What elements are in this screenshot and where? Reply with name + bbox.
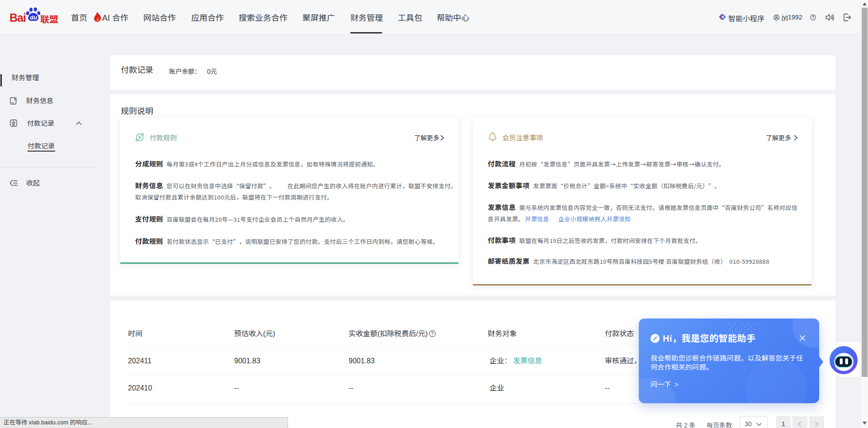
svg-text:¥: ¥ bbox=[138, 135, 142, 140]
svg-text:du: du bbox=[30, 14, 37, 21]
